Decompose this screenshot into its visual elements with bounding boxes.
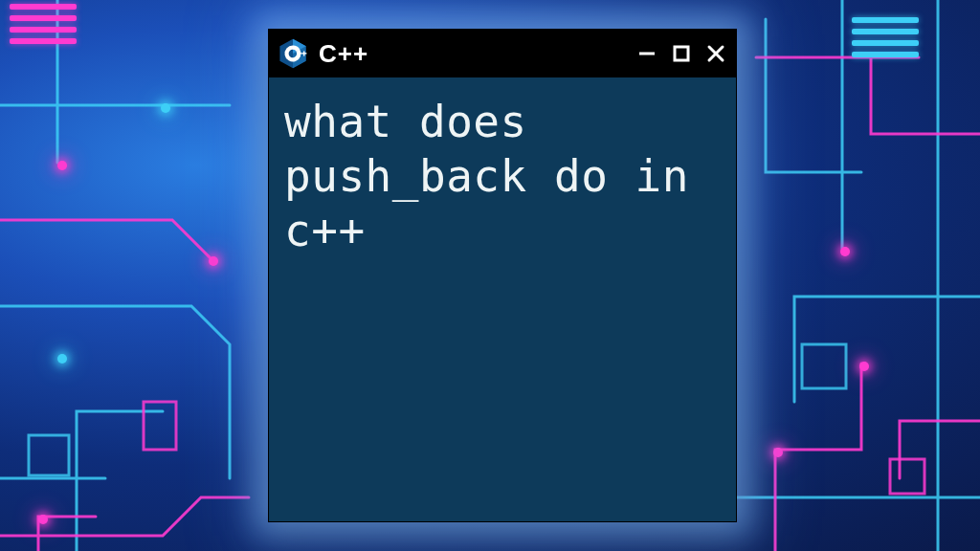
close-button[interactable] [705, 43, 726, 64]
svg-rect-10 [301, 53, 306, 54]
minimize-button[interactable] [636, 43, 657, 64]
svg-rect-2 [144, 402, 176, 450]
svg-rect-3 [890, 459, 924, 494]
window-controls [636, 43, 726, 64]
cpp-logo-icon [277, 37, 309, 70]
svg-rect-0 [29, 435, 69, 475]
titlebar[interactable]: C++ [269, 30, 736, 77]
window-title: C++ [319, 39, 627, 69]
maximize-button[interactable] [671, 43, 692, 64]
svg-rect-1 [802, 344, 846, 388]
terminal-window: C++ what does push_back do in c++ [268, 29, 737, 522]
terminal-content[interactable]: what does push_back do in c++ [269, 77, 736, 521]
svg-rect-12 [675, 47, 688, 60]
svg-rect-8 [297, 53, 301, 54]
